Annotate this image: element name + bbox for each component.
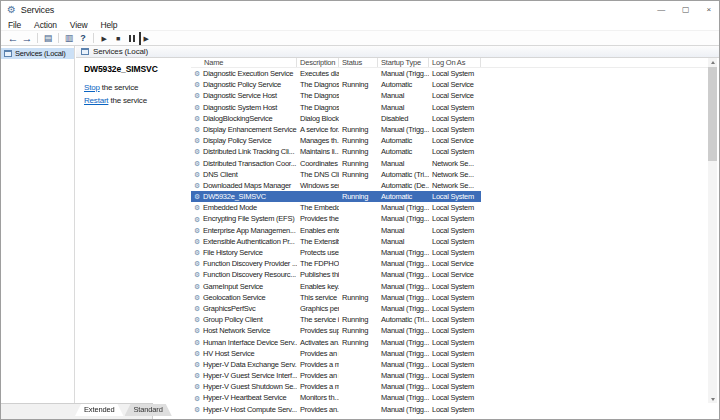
table-row[interactable]: ⚙Function Discovery Resourc...Publishes … [191,269,481,280]
restart-service-link[interactable]: Restart the service [84,96,191,105]
cell-status: Running [339,146,378,157]
table-row[interactable]: ⚙Diagnostic Execution ServiceExecutes di… [191,68,481,79]
service-gear-icon: ⚙ [194,260,200,267]
table-row[interactable]: ⚙Hyper-V Heartbeat ServiceMonitors th...… [191,392,481,403]
scrollbar-thumb[interactable] [708,67,717,161]
service-name-text: Geolocation Service [203,292,265,303]
pause-service-icon[interactable] [125,32,139,45]
column-header-status[interactable]: Status [339,58,378,67]
menu-view[interactable]: View [70,20,88,30]
table-row[interactable]: ⚙Enterprise App Managemen...Enables ente… [191,225,481,236]
table-row[interactable]: ⚙Host Network ServiceProvides sup...Runn… [191,325,481,336]
table-row[interactable]: ⚙Human Interface Device Serv...Activates… [191,337,481,348]
table-row[interactable]: ⚙GameInput ServiceEnables key...Manual (… [191,281,481,292]
maximize-icon[interactable]: ▢ [682,6,689,14]
restart-service-icon[interactable]: ▶ [139,32,149,45]
forward-icon[interactable]: → [20,32,34,45]
services-app-icon: ⚙ [7,5,16,15]
cell-description: Enables ente... [297,225,339,236]
stop-service-link[interactable]: Stop the service [84,83,191,92]
table-row[interactable]: ⚙Extensible Authentication Pr...The Exte… [191,236,481,247]
cell-startup-type: Manual (Trigg... [378,325,429,336]
cell-name: ⚙DW5932e_SIMSVC [191,191,297,202]
cell-description: Enables key... [297,281,339,292]
service-gear-icon: ⚙ [194,137,200,144]
table-row[interactable]: ⚙GraphicsPerfSvcGraphics per...Manual (T… [191,303,481,314]
cell-startup-type: Automatic [378,79,429,90]
table-row[interactable]: ⚙Hyper-V Host Compute Serv...Provides an… [191,404,481,415]
table-row[interactable]: ⚙Downloaded Maps ManagerWindows ser...Au… [191,180,481,191]
cell-description: The DNS Cli... [297,169,339,180]
properties-icon[interactable]: ▥ [62,32,76,45]
scroll-down-icon[interactable] [708,395,717,403]
column-header-log-on-as[interactable]: Log On As [429,58,481,67]
table-row[interactable]: ⚙Diagnostic Policy ServiceThe Diagnos...… [191,79,481,90]
minimize-icon[interactable]: — [657,6,665,14]
cell-startup-type: Manual [378,158,429,169]
column-header-description[interactable]: Description [297,58,339,67]
cell-name: ⚙Downloaded Maps Manager [191,180,297,191]
table-row[interactable]: ⚙Group Policy ClientThe service i...Runn… [191,314,481,325]
cell-name: ⚙DNS Client [191,169,297,180]
table-row[interactable]: ⚙DialogBlockingServiceDialog Block...Dis… [191,113,481,124]
table-row[interactable]: ⚙Hyper-V Guest Shutdown Se...Provides a … [191,381,481,392]
service-name-text: Display Enhancement Service [203,124,296,135]
cell-log-on-as: Local System [429,247,481,258]
table-row[interactable]: ⚙Distributed Transaction Coor...Coordina… [191,158,481,169]
tree-node-services-local[interactable]: Services (Local) [1,48,74,59]
vertical-scrollbar[interactable] [708,58,717,403]
scroll-up-icon[interactable] [708,58,717,66]
table-row[interactable]: ⚙Display Enhancement ServiceA service fo… [191,124,481,135]
menu-action[interactable]: Action [34,20,57,30]
table-row[interactable]: ⚙Distributed Link Tracking Cli...Maintai… [191,146,481,157]
console-folder-icon [81,48,89,55]
toolbar-separator [58,33,59,43]
menu-bar: File Action View Help [1,19,719,31]
menu-file[interactable]: File [8,20,21,30]
table-row[interactable]: ⚙Display Policy ServiceManages th...Runn… [191,135,481,146]
extended-view-panel: DW5932e_SIMSVC Stop the service Restart … [76,58,191,402]
service-gear-icon: ⚙ [194,182,200,189]
cell-status: Running [339,158,378,169]
table-row[interactable]: ⚙Diagnostic Service HostThe Diagnos...Ma… [191,90,481,101]
cell-startup-type: Automatic [378,146,429,157]
cell-log-on-as: Local System [429,303,481,314]
stop-service-icon[interactable]: ■ [111,32,125,45]
services-list: Name Description Status Startup Type Log… [191,58,711,419]
cell-name: ⚙Diagnostic Policy Service [191,79,297,90]
cell-name: ⚙Display Policy Service [191,135,297,146]
table-row[interactable]: ⚙HV Host ServiceProvides an i...Manual (… [191,348,481,359]
back-icon[interactable]: ← [6,32,20,45]
service-gear-icon: ⚙ [194,327,200,334]
service-gear-icon: ⚙ [194,271,200,278]
table-row[interactable]: ⚙Diagnostic System HostThe Diagnos...Man… [191,102,481,113]
cell-status: Running [339,124,378,135]
cell-name: ⚙GameInput Service [191,281,297,292]
tab-standard[interactable]: Standard [125,404,172,416]
help-icon[interactable]: ? [76,32,90,45]
cell-log-on-as: Network Se... [429,158,481,169]
table-row[interactable]: ⚙Geolocation ServiceThis service ...Runn… [191,292,481,303]
start-service-icon[interactable]: ▶ [97,32,111,45]
service-gear-icon: ⚙ [194,126,200,133]
table-row[interactable]: ⚙File History ServiceProtects user...Man… [191,247,481,258]
table-row[interactable]: ⚙Hyper-V Guest Service Interf...Provides… [191,370,481,381]
table-row[interactable]: ⚙Hyper-V Data Exchange Serv...Provides a… [191,359,481,370]
service-gear-icon: ⚙ [194,148,200,155]
table-row[interactable]: ⚙Function Discovery Provider ...The FDPH… [191,258,481,269]
cell-name: ⚙Host Network Service [191,325,297,336]
column-header-startup-type[interactable]: Startup Type [378,58,429,67]
column-header-name[interactable]: Name [191,58,297,67]
close-icon[interactable]: × [706,6,711,14]
cell-startup-type: Automatic (Tri... [378,314,429,325]
service-gear-icon: ⚙ [194,395,200,402]
menu-help[interactable]: Help [101,20,118,30]
tab-extended[interactable]: Extended [75,404,124,416]
cell-startup-type: Manual (Trigg... [378,337,429,348]
table-row[interactable]: ⚙DW5932e_SIMSVCRunningAutomaticLocal Sys… [191,191,481,202]
table-row[interactable]: ⚙Embedded ModeThe Embedd...Manual (Trigg… [191,202,481,213]
show-console-tree-icon[interactable]: ▤ [41,32,55,45]
table-row[interactable]: ⚙Encrypting File System (EFS)Provides th… [191,213,481,224]
table-row[interactable]: ⚙DNS ClientThe DNS Cli...RunningAutomati… [191,169,481,180]
cell-startup-type: Manual [378,90,429,101]
